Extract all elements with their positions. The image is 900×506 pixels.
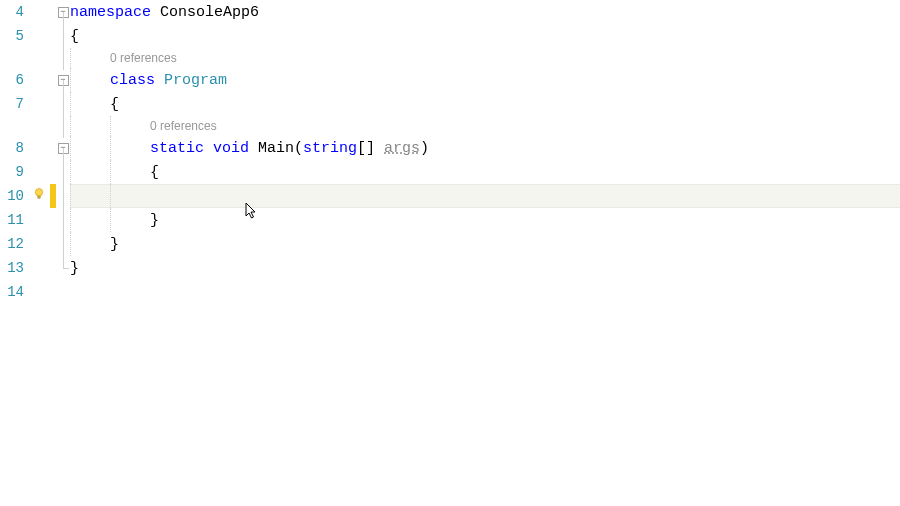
indent-guide <box>70 160 110 184</box>
code-token: class <box>110 72 164 89</box>
svg-rect-2 <box>38 197 41 198</box>
lightbulb-icon[interactable] <box>32 187 46 206</box>
code-token: { <box>110 96 119 113</box>
outline-margin <box>56 184 70 208</box>
margin-glyph <box>28 280 50 304</box>
line-number: 14 <box>0 284 28 300</box>
code-token: void <box>213 140 258 157</box>
code-token: Main <box>258 140 294 157</box>
code-token: static <box>150 140 213 157</box>
code-line[interactable]: class Program <box>70 68 900 92</box>
code-line[interactable] <box>70 280 900 304</box>
margin-glyph <box>28 0 50 24</box>
margin-glyph <box>28 256 50 280</box>
gutter-row: 5 <box>0 24 70 48</box>
code-line[interactable]: { <box>70 92 900 116</box>
gutter-row: 7 <box>0 92 70 116</box>
code-token: { <box>70 28 79 45</box>
svg-point-0 <box>35 188 42 195</box>
indent-guide <box>70 232 110 256</box>
codelens-references[interactable]: 0 references <box>150 119 217 133</box>
outline-margin[interactable]: − <box>56 68 70 92</box>
gutter-row <box>0 116 70 136</box>
line-number: 5 <box>0 28 28 44</box>
current-line-highlight <box>70 184 900 208</box>
outline-margin <box>56 114 70 138</box>
code-line[interactable]: { <box>70 160 900 184</box>
code-token: } <box>110 236 119 253</box>
margin-glyph <box>28 232 50 256</box>
code-line[interactable]: { <box>70 24 900 48</box>
gutter-row: 10 <box>0 184 70 208</box>
outline-margin <box>56 24 70 48</box>
code-line[interactable]: } <box>70 208 900 232</box>
margin-glyph <box>28 114 50 138</box>
code-line[interactable]: static void Main(string[] args) <box>70 136 900 160</box>
svg-rect-1 <box>37 195 41 197</box>
outline-margin[interactable]: − <box>56 0 70 24</box>
codelens-references[interactable]: 0 references <box>110 51 177 65</box>
line-number: 6 <box>0 72 28 88</box>
gutter-row: 11 <box>0 208 70 232</box>
margin-glyph <box>28 68 50 92</box>
outline-margin <box>56 46 70 70</box>
indent-guide <box>70 116 110 136</box>
indent-guide <box>110 116 150 136</box>
indent-guide <box>70 136 110 160</box>
code-token: string <box>303 140 357 157</box>
code-editor[interactable]: 4−56−78−91011121314 namespace ConsoleApp… <box>0 0 900 506</box>
code-line[interactable]: } <box>70 256 900 280</box>
code-token: [] <box>357 140 384 157</box>
indent-guide <box>70 92 110 116</box>
outline-margin <box>56 280 70 304</box>
code-token: { <box>150 164 159 181</box>
line-number: 12 <box>0 236 28 252</box>
indent-guide <box>110 136 150 160</box>
indent-guide <box>70 208 110 232</box>
indent-guide <box>110 160 150 184</box>
codelens-line[interactable]: 0 references <box>70 48 900 68</box>
code-token: } <box>150 212 159 229</box>
margin-glyph <box>28 184 50 208</box>
line-number: 4 <box>0 4 28 20</box>
code-token: Program <box>164 72 227 89</box>
line-number: 8 <box>0 140 28 156</box>
gutter-row: 12 <box>0 232 70 256</box>
codelens-line[interactable]: 0 references <box>70 116 900 136</box>
code-area[interactable]: namespace ConsoleApp6{0 referencesclass … <box>70 0 900 506</box>
margin-glyph <box>28 92 50 116</box>
outline-margin <box>56 232 70 256</box>
gutter: 4−56−78−91011121314 <box>0 0 70 506</box>
outline-margin <box>56 92 70 116</box>
line-number: 13 <box>0 260 28 276</box>
code-line[interactable]: namespace ConsoleApp6 <box>70 0 900 24</box>
outline-margin <box>56 160 70 184</box>
indent-guide <box>70 184 110 208</box>
gutter-row: 9 <box>0 160 70 184</box>
gutter-row: 14 <box>0 280 70 304</box>
margin-glyph <box>28 46 50 70</box>
code-token: namespace <box>70 4 160 21</box>
margin-glyph <box>28 24 50 48</box>
code-token: } <box>70 260 79 277</box>
line-number: 7 <box>0 96 28 112</box>
indent-guide <box>110 208 150 232</box>
line-number: 10 <box>0 188 28 204</box>
code-line[interactable]: } <box>70 232 900 256</box>
margin-glyph <box>28 136 50 160</box>
gutter-row <box>0 48 70 68</box>
indent-guide <box>70 48 110 68</box>
outline-margin[interactable]: − <box>56 136 70 160</box>
gutter-row: 4− <box>0 0 70 24</box>
line-number: 9 <box>0 164 28 180</box>
outline-margin <box>56 208 70 232</box>
indent-guide <box>110 184 150 208</box>
gutter-row: 13 <box>0 256 70 280</box>
code-line[interactable] <box>70 184 900 208</box>
indent-guide <box>70 68 110 92</box>
gutter-row: 6− <box>0 68 70 92</box>
margin-glyph <box>28 160 50 184</box>
outline-margin <box>56 256 70 280</box>
margin-glyph <box>28 208 50 232</box>
code-token: ( <box>294 140 303 157</box>
